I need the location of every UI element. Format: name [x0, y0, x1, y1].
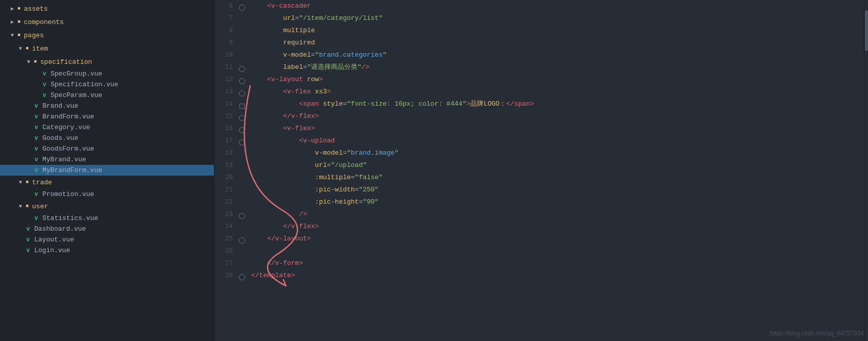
vue-file-icon	[25, 236, 32, 243]
sidebar-item-user[interactable]: ▪user	[0, 200, 214, 213]
tree-arrow[interactable]	[8, 33, 16, 38]
sidebar-item-Dashboard.vue[interactable]: Dashboard.vue	[0, 224, 214, 234]
gutter-marker-23	[237, 208, 247, 221]
vue-file-icon	[33, 135, 40, 142]
line-num-20: 20	[214, 172, 233, 184]
sidebar-item-GoodsForm.vue[interactable]: GoodsForm.vue	[0, 143, 214, 154]
sidebar-item-components[interactable]: ▪components	[0, 15, 214, 29]
folder-icon: ▪	[16, 4, 22, 14]
vue-file-icon	[33, 124, 40, 131]
code-line-15: </v-flex>	[247, 110, 864, 123]
tree-arrow[interactable]	[25, 59, 33, 65]
vue-file-icon	[25, 247, 32, 254]
line-num-26: 26	[214, 245, 233, 257]
folder-icon: ▪	[16, 17, 22, 27]
code-line-11: label="请选择商品分类"/>	[247, 61, 864, 74]
code-line-13: <v-flex xs3>	[247, 86, 864, 98]
code-line-6: <v-cascader	[247, 0, 864, 12]
tree-arrow[interactable]	[16, 204, 25, 209]
vue-file-icon	[41, 81, 48, 88]
sidebar-item-Statistics.vue[interactable]: Statistics.vue	[0, 213, 214, 224]
line-num-8: 8	[214, 25, 233, 37]
gutter-marker-12	[237, 74, 247, 86]
line-num-27: 27	[214, 257, 233, 270]
sidebar-item-Category.vue[interactable]: Category.vue	[0, 122, 214, 133]
line-num-18: 18	[214, 147, 233, 159]
vue-file-icon	[41, 70, 48, 78]
code-line-12: <v-layout row>	[247, 74, 864, 86]
watermark: https://blog.csdn.net/qq_44757034	[770, 330, 864, 337]
sidebar-item-Specification.vue[interactable]: Specification.vue	[0, 79, 214, 90]
gutter-marker-28	[237, 270, 247, 282]
file-tree[interactable]: ▪assets▪components▪pages▪item▪specificat…	[0, 0, 214, 341]
file-label: Layout.vue	[34, 236, 74, 243]
tree-arrow[interactable]	[8, 6, 16, 12]
code-line-19: url="/upload"	[247, 159, 864, 172]
gutter-marker-18	[237, 147, 247, 159]
sidebar-item-trade[interactable]: ▪trade	[0, 176, 214, 189]
folder-label: components	[24, 18, 64, 26]
file-label: Goods.vue	[42, 134, 78, 142]
code-area: <v-cascader url="/item/category/list" mu…	[247, 0, 864, 341]
line-num-28: 28	[214, 270, 233, 282]
gutter-marker-15	[237, 110, 247, 123]
code-line-8: multiple	[247, 25, 864, 37]
tree-arrow[interactable]	[16, 180, 25, 185]
line-num-19: 19	[214, 159, 233, 172]
folder-icon: ▪	[16, 30, 22, 40]
vue-file-icon	[33, 191, 40, 198]
folder-icon: ▪	[25, 201, 30, 211]
code-line-17: <v-upload	[247, 135, 864, 147]
code-line-23: />	[247, 208, 864, 221]
code-line-24: </v-flex>	[247, 221, 864, 233]
sidebar-item-BrandForm.vue[interactable]: BrandForm.vue	[0, 111, 214, 122]
gutter	[237, 0, 247, 341]
line-num-21: 21	[214, 184, 233, 196]
code-line-20: :multiple="false"	[247, 172, 864, 184]
code-line-25: </v-layout>	[247, 233, 864, 245]
sidebar-item-specification[interactable]: ▪specification	[0, 55, 214, 68]
gutter-marker-13	[237, 86, 247, 98]
file-label: MyBrand.vue	[42, 156, 86, 163]
vue-file-icon	[33, 215, 40, 222]
gutter-marker-7	[237, 12, 247, 25]
editor-scrollbar[interactable]	[864, 0, 868, 341]
sidebar-item-Promotion.vue[interactable]: Promotion.vue	[0, 189, 214, 200]
tree-arrow[interactable]	[16, 46, 25, 52]
sidebar-item-Brand.vue[interactable]: Brand.vue	[0, 101, 214, 111]
gutter-marker-6	[237, 0, 247, 12]
sidebar-item-MyBrand.vue[interactable]: MyBrand.vue	[0, 154, 214, 165]
folder-label: assets	[24, 5, 48, 13]
vue-file-icon	[41, 92, 48, 99]
folder-icon: ▪	[25, 177, 30, 187]
line-num-9: 9	[214, 37, 233, 49]
gutter-marker-20	[237, 172, 247, 184]
sidebar-item-Login.vue[interactable]: Login.vue	[0, 245, 214, 256]
vue-file-icon	[33, 167, 40, 174]
sidebar-item-SpecParam.vue[interactable]: SpecParam.vue	[0, 90, 214, 101]
code-line-7: url="/item/category/list"	[247, 12, 864, 25]
file-label: BrandForm.vue	[42, 113, 94, 120]
code-line-14: <span style="font-size: 16px; color: #44…	[247, 98, 864, 110]
file-label: Login.vue	[34, 247, 70, 254]
sidebar-item-pages[interactable]: ▪pages	[0, 29, 214, 42]
folder-label: specification	[40, 58, 92, 66]
sidebar-item-MyBrandForm.vue[interactable]: MyBrandForm.vue	[0, 165, 214, 176]
sidebar-item-Layout.vue[interactable]: Layout.vue	[0, 234, 214, 245]
line-num-6: 6	[214, 0, 233, 12]
code-line-18: v-model="brand.image"	[247, 147, 864, 159]
tree-arrow[interactable]	[8, 19, 16, 25]
line-num-25: 25	[214, 233, 233, 245]
code-line-28: </template>	[247, 270, 864, 282]
gutter-marker-22	[237, 196, 247, 208]
sidebar-item-Goods.vue[interactable]: Goods.vue	[0, 133, 214, 143]
file-label: Promotion.vue	[42, 190, 94, 198]
folder-icon: ▪	[25, 43, 30, 54]
line-num-17: 17	[214, 135, 233, 147]
sidebar-item-SpecGroup.vue[interactable]: SpecGroup.vue	[0, 68, 214, 79]
line-num-22: 22	[214, 196, 233, 208]
scrollbar-thumb[interactable]	[865, 10, 868, 51]
sidebar-item-assets[interactable]: ▪assets	[0, 2, 214, 15]
gutter-marker-26	[237, 245, 247, 257]
sidebar-item-item[interactable]: ▪item	[0, 42, 214, 55]
